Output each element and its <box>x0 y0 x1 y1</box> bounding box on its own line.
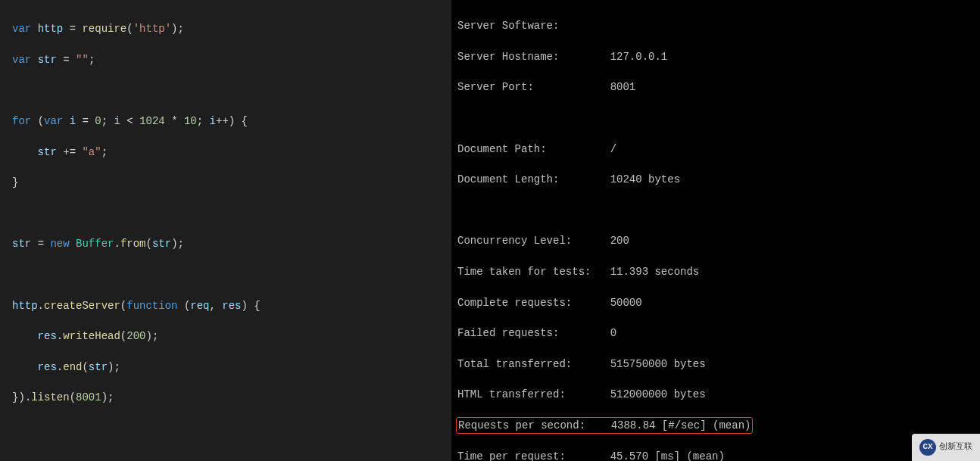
terminal-output[interactable]: Server Software: Server Hostname: 127.0.… <box>451 0 980 461</box>
server-hostname: Server Hostname: 127.0.0.1 <box>457 49 974 64</box>
watermark-logo-icon: CX <box>919 439 936 456</box>
code-line: var str = ""; <box>12 52 439 67</box>
total-transferred: Total transferred: 515750000 bytes <box>457 357 974 372</box>
code-line <box>12 83 439 98</box>
server-port: Server Port: 8001 <box>457 79 974 95</box>
concurrency-level: Concurrency Level: 200 <box>457 233 974 248</box>
code-editor[interactable]: var http = require('http'); var str = ""… <box>0 0 451 461</box>
code-line: http.createServer(function (req, res) { <box>12 298 439 313</box>
time-taken: Time taken for tests: 11.393 seconds <box>457 264 974 279</box>
code-line: str = new Buffer.from(str); <box>12 236 439 251</box>
failed-requests: Failed requests: 0 <box>457 326 974 341</box>
code-line: str += "a"; <box>12 145 439 160</box>
watermark-text: 创新互联 <box>939 441 972 453</box>
document-length: Document Length: 10240 bytes <box>457 172 974 187</box>
time-per-request-1: Time per request: 45.570 [ms] (mean) <box>457 449 974 461</box>
code-line: } <box>12 175 439 190</box>
code-line: res.end(str); <box>12 360 439 375</box>
complete-requests: Complete requests: 50000 <box>457 295 974 310</box>
html-transferred: HTML transferred: 512000000 bytes <box>457 387 974 402</box>
code-line: for (var i = 0; i < 1024 * 10; i++) { <box>12 114 439 129</box>
watermark-badge: CX 创新互联 <box>912 434 980 461</box>
code-line <box>12 267 439 282</box>
document-path: Document Path: / <box>457 142 974 157</box>
code-line: var http = require('http'); <box>12 21 439 36</box>
rps-highlight: Requests per second: 4388.84 [#/sec] (me… <box>456 417 753 434</box>
code-line <box>12 206 439 221</box>
code-line: res.writeHead(200); <box>12 329 439 344</box>
code-line: }).listen(8001); <box>12 390 439 405</box>
requests-per-second-row: Requests per second: 4388.84 [#/sec] (me… <box>457 418 974 433</box>
server-software: Server Software: <box>457 18 974 33</box>
